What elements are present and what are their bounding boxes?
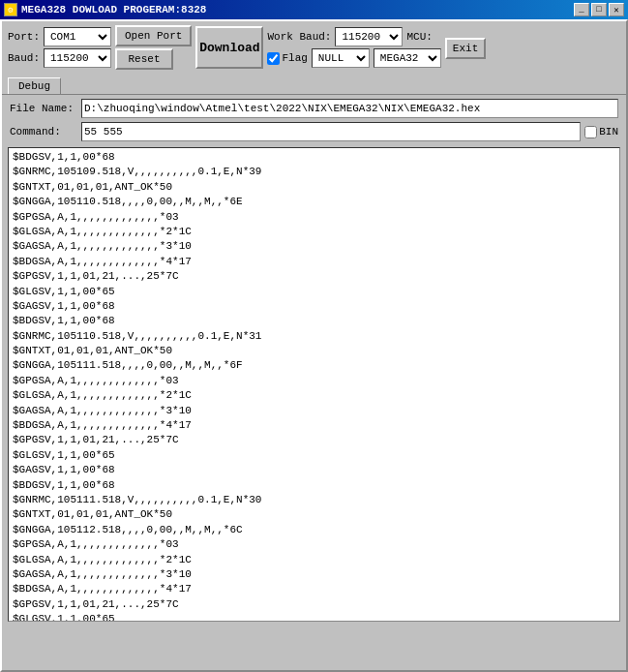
work-baud-mcu-group: Work Baud: 115200 MCU: Flag NULL MEGA32 [267, 27, 440, 68]
flag-checkbox[interactable] [267, 52, 280, 65]
output-line: $GPGSV,1,1,01,21,...,25*7C [13, 597, 615, 612]
port-label: Port: [8, 31, 40, 43]
exit-button[interactable]: Exit [445, 38, 486, 59]
output-line: $BDGSV,1,1,00*68 [13, 314, 615, 328]
download-group: Download [195, 26, 263, 69]
port-reset-group: Open Port Reset [115, 25, 192, 70]
output-line: $GNRMC,105109.518,V,,,,,,,,,,0.1,E,N*39 [13, 165, 615, 179]
output-line: $GLGSV,1,1,00*65 [13, 285, 615, 299]
port-baud-group: Port: COM1 Baud: 115200 [8, 27, 111, 68]
output-line: $GPGSV,1,1,01,21,...,25*7C [13, 433, 615, 447]
output-line: $GNGGA,105112.518,,,,0,00,,M,,M,,*6C [13, 523, 615, 537]
output-line: $GPGSA,A,1,,,,,,,,,,,,,*03 [13, 210, 615, 225]
command-input[interactable] [81, 122, 581, 141]
maximize-button[interactable]: □ [591, 3, 607, 16]
output-line: $GPGSV,1,1,01,21,...,25*7C [13, 269, 615, 284]
output-line: $BDGSA,A,1,,,,,,,,,,,,,*4*17 [13, 418, 615, 433]
bin-checkbox[interactable] [584, 126, 597, 138]
close-button[interactable]: ✕ [609, 3, 624, 16]
baud-label: Baud: [8, 52, 40, 64]
bin-checkbox-label[interactable]: BIN [584, 126, 618, 138]
bin-label: BIN [599, 126, 618, 137]
output-line: $GLGSV,1,1,00*65 [13, 612, 615, 622]
title-bar: ⚙ MEGA328 DOWLOAD PROGERAM:8328 _ □ ✕ [0, 0, 628, 19]
output-line: $GNTXT,01,01,01,ANT_OK*50 [13, 180, 615, 195]
null-select[interactable]: NULL [312, 48, 370, 68]
file-name-input[interactable] [81, 99, 618, 118]
output-line: $GAGSA,A,1,,,,,,,,,,,,,*3*10 [13, 567, 615, 582]
command-row: Command: BIN [2, 122, 626, 145]
output-line: $GNGGA,105110.518,,,,0,00,,M,,M,,*6E [13, 195, 615, 209]
work-baud-select[interactable]: 115200 [335, 27, 403, 46]
output-area[interactable]: $BDGSV,1,1,00*68$GNRMC,105109.518,V,,,,,… [8, 147, 620, 622]
download-button[interactable]: Download [195, 26, 263, 69]
output-line: $GAGSV,1,1,00*68 [13, 299, 615, 314]
output-line: $GAGSA,A,1,,,,,,,,,,,,,*3*10 [13, 404, 615, 418]
output-line: $GNTXT,01,01,01,ANT_OK*50 [13, 344, 615, 358]
output-line: $BDGSV,1,1,00*68 [13, 478, 615, 493]
output-line: $GAGSA,A,1,,,,,,,,,,,,,*3*10 [13, 239, 615, 254]
mcu-select[interactable]: MEGA32 [374, 48, 441, 68]
output-line: $GPGSA,A,1,,,,,,,,,,,,,*03 [13, 537, 615, 552]
output-line: $GNGGA,105111.518,,,,0,00,,M,,M,,*6F [13, 358, 615, 373]
file-name-row: File Name: [2, 95, 626, 122]
title-buttons: _ □ ✕ [574, 3, 624, 16]
mcu-label: MCU: [406, 31, 432, 43]
output-line: $BDGSV,1,1,00*68 [13, 150, 615, 165]
tab-bar: Debug [2, 74, 626, 95]
open-port-button[interactable]: Open Port [115, 25, 192, 46]
output-line: $BDGSA,A,1,,,,,,,,,,,,,*4*17 [13, 582, 615, 596]
minimize-button[interactable]: _ [574, 3, 589, 16]
reset-button[interactable]: Reset [115, 48, 173, 70]
app-icon: ⚙ [4, 3, 17, 16]
command-label: Command: [10, 126, 77, 137]
main-window: Port: COM1 Baud: 115200 Open Port Reset [0, 19, 628, 672]
work-baud-label: Work Baud: [267, 31, 331, 43]
output-line: $GAGSV,1,1,00*68 [13, 463, 615, 477]
output-line: $GLGSA,A,1,,,,,,,,,,,,,*2*1C [13, 388, 615, 403]
output-line: $GLGSA,A,1,,,,,,,,,,,,,*2*1C [13, 553, 615, 567]
output-line: $GPGSA,A,1,,,,,,,,,,,,,*03 [13, 374, 615, 388]
output-line: $GNTXT,01,01,01,ANT_OK*50 [13, 507, 615, 522]
output-line: $GLGSV,1,1,00*65 [13, 448, 615, 463]
exit-group: Exit [445, 36, 486, 59]
output-line: $BDGSA,A,1,,,,,,,,,,,,,*4*17 [13, 255, 615, 269]
toolbar: Port: COM1 Baud: 115200 Open Port Reset [2, 21, 626, 74]
flag-checkbox-label[interactable]: Flag [267, 52, 307, 65]
baud-select[interactable]: 115200 [44, 48, 111, 68]
port-select[interactable]: COM1 [44, 27, 111, 46]
output-line: $GLGSA,A,1,,,,,,,,,,,,,*2*1C [13, 225, 615, 239]
tab-debug[interactable]: Debug [8, 77, 61, 94]
output-line: $GNRMC,105110.518,V,,,,,,,,,,0.1,E,N*31 [13, 329, 615, 344]
title-text: MEGA328 DOWLOAD PROGERAM:8328 [21, 4, 206, 15]
output-line: $GNRMC,105111.518,V,,,,,,,,,,0.1,E,N*30 [13, 493, 615, 507]
file-name-label: File Name: [10, 103, 77, 114]
